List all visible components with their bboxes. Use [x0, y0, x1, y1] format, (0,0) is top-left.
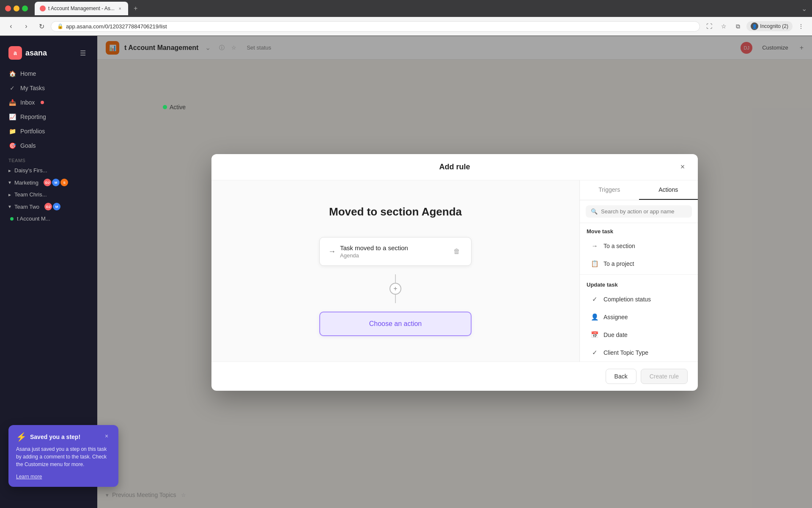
choose-action-card[interactable]: Choose an action	[319, 312, 472, 336]
add-step-button[interactable]: +	[390, 283, 401, 295]
trigger-card[interactable]: → Task moved to a section Agenda 🗑	[319, 237, 472, 266]
team-avatar-orange: S	[60, 179, 68, 186]
active-tab[interactable]: t Account Management - As... ×	[35, 2, 128, 15]
sidebar-item-inbox[interactable]: 📥 Inbox	[0, 95, 97, 110]
to-a-project-label: To a project	[604, 260, 634, 267]
sidebar-item-team-two[interactable]: ▾ Team Two DJ M	[0, 200, 97, 213]
create-rule-button: Create rule	[641, 369, 688, 384]
action-to-a-section[interactable]: → To a section	[583, 237, 694, 255]
forward-button[interactable]: ›	[20, 20, 32, 32]
client-topic-type-label: Client Topic Type	[604, 349, 648, 356]
nav-actions: ⛶ ☆ ⧉ 👤 Incognito (2) ⋮	[703, 20, 807, 32]
sidebar-item-portfolios[interactable]: 📁 Portfolios	[0, 124, 97, 138]
sidebar-item-marketing[interactable]: ▾ Marketing DJ M S	[0, 176, 97, 189]
sidebar-item-daisys-first[interactable]: ▸ Daisy's Firs...	[0, 165, 97, 176]
close-traffic-light[interactable]	[5, 6, 11, 11]
action-due-date[interactable]: 📅 Due date	[583, 326, 694, 344]
chevron-down-icon: ▾	[8, 204, 11, 210]
action-to-a-project[interactable]: 📋 To a project	[583, 255, 694, 273]
sidebar-portfolios-label: Portfolios	[20, 128, 45, 135]
toast-learn-more-link[interactable]: Learn more	[16, 474, 42, 480]
app-container: a asana ☰ 🏠 Home ✓ My Tasks 📥 Inbox 📈 Re…	[0, 36, 812, 508]
sidebar-menu-button[interactable]: ☰	[77, 47, 89, 59]
sidebar-item-mytasks[interactable]: ✓ My Tasks	[0, 81, 97, 95]
circle-check-icon: ✓	[590, 348, 599, 357]
add-rule-modal: Add rule × Active Moved to section Agend…	[211, 154, 698, 391]
search-input-wrapper: 🔍	[586, 205, 692, 218]
tab-title: t Account Management - As...	[48, 6, 115, 11]
refresh-button[interactable]: ↻	[36, 20, 47, 32]
chevron-down-icon: ▾	[8, 179, 11, 185]
trigger-delete-button[interactable]: 🗑	[451, 246, 463, 257]
chart-icon: 📈	[8, 113, 16, 121]
search-icon: 🔍	[591, 208, 598, 215]
main-content: 📊 t Account Management ⌄ ⓘ ☆ Set status …	[97, 36, 812, 508]
action-completion-status[interactable]: ✓ Completion status	[583, 290, 694, 308]
completion-status-label: Completion status	[604, 296, 651, 303]
sidebar-item-team-chris[interactable]: ▸ Team Chris...	[0, 189, 97, 200]
tab-close-button[interactable]: ×	[117, 6, 123, 11]
home-icon: 🏠	[8, 70, 16, 77]
screen-cast-icon[interactable]: ⛶	[703, 20, 715, 32]
browser-nav: ‹ › ↻ 🔒 app.asana.com/0/1203277884706219…	[0, 17, 812, 36]
due-date-label: Due date	[604, 331, 628, 338]
calendar-icon: 📅	[590, 330, 599, 340]
sidebar-item-account-mgmt[interactable]: t Account M...	[0, 213, 97, 224]
team-avatar-blue: M	[52, 179, 60, 186]
bookmark-icon[interactable]: ☆	[718, 20, 730, 32]
move-task-section-label: Move task	[580, 223, 698, 237]
sidebar-item-home[interactable]: 🏠 Home	[0, 66, 97, 81]
sidebar-item-goals[interactable]: 🎯 Goals	[0, 138, 97, 153]
address-bar[interactable]: 🔒 app.asana.com/0/1203277884706219/list	[51, 21, 700, 32]
modal-left-panel: Active Moved to section Agenda → Task mo…	[211, 180, 579, 362]
split-screen-icon[interactable]: ⧉	[732, 20, 744, 32]
traffic-lights	[5, 6, 28, 11]
rule-title-text: Moved to section Agenda	[329, 205, 462, 218]
toast-header: ⚡ Saved you a step! ×	[16, 432, 111, 442]
action-assignee[interactable]: 👤 Assignee	[583, 308, 694, 326]
team-avatar-dj: DJ	[44, 179, 51, 186]
sidebar-reporting-label: Reporting	[20, 113, 46, 120]
target-icon: 🎯	[8, 142, 16, 149]
menu-icon[interactable]: ⋮	[795, 20, 807, 32]
tab-actions[interactable]: Actions	[639, 180, 698, 200]
sidebar-goals-label: Goals	[20, 142, 36, 149]
modal-close-button[interactable]: ×	[676, 160, 689, 174]
maximize-traffic-light[interactable]	[22, 6, 28, 11]
team-chris-label: Team Chris...	[14, 191, 47, 198]
assignee-label: Assignee	[604, 314, 628, 320]
team-two-avatar2: M	[53, 203, 60, 210]
panel-items-list: Move task → To a section 📋 To a project	[580, 223, 698, 362]
modal-overlay: Add rule × Active Moved to section Agend…	[97, 36, 812, 508]
team-account-mgmt-label: t Account M...	[17, 215, 50, 222]
sidebar-home-label: Home	[20, 70, 36, 77]
toast-notification: ⚡ Saved you a step! × Asana just saved y…	[8, 425, 118, 487]
person-icon: 👤	[590, 312, 599, 322]
to-a-section-label: To a section	[604, 243, 635, 249]
section-divider	[580, 274, 698, 275]
connector-line-top	[395, 274, 396, 283]
action-client-topic-type[interactable]: ✓ Client Topic Type	[583, 344, 694, 362]
asana-logo-icon: a	[8, 46, 22, 60]
url-text: app.asana.com/0/1203277884706219/list	[66, 23, 167, 30]
search-input[interactable]	[601, 208, 687, 215]
incognito-badge: 👤 Incognito (2)	[746, 21, 793, 31]
new-tab-button[interactable]: +	[130, 3, 142, 14]
modal-body: Active Moved to section Agenda → Task mo…	[211, 180, 698, 362]
check-icon: ✓	[8, 84, 16, 92]
tab-triggers[interactable]: Triggers	[580, 180, 639, 200]
back-button[interactable]: ‹	[5, 20, 17, 32]
back-button[interactable]: Back	[606, 369, 636, 384]
modal-footer: Back Create rule	[211, 362, 698, 391]
lock-icon: 🔒	[57, 23, 63, 29]
sidebar-item-reporting[interactable]: 📈 Reporting	[0, 110, 97, 124]
minimize-traffic-light[interactable]	[14, 6, 19, 11]
trigger-card-title: Task moved to a section	[340, 244, 408, 251]
chevron-down-icon[interactable]: ⌄	[801, 5, 807, 13]
chevron-right-icon: ▸	[8, 192, 11, 198]
modal-title: Add rule	[439, 163, 470, 171]
toast-title: Saved you a step!	[30, 433, 80, 440]
tab-favicon	[40, 6, 46, 11]
incognito-label: Incognito (2)	[760, 23, 788, 29]
toast-close-button[interactable]: ×	[102, 432, 111, 440]
